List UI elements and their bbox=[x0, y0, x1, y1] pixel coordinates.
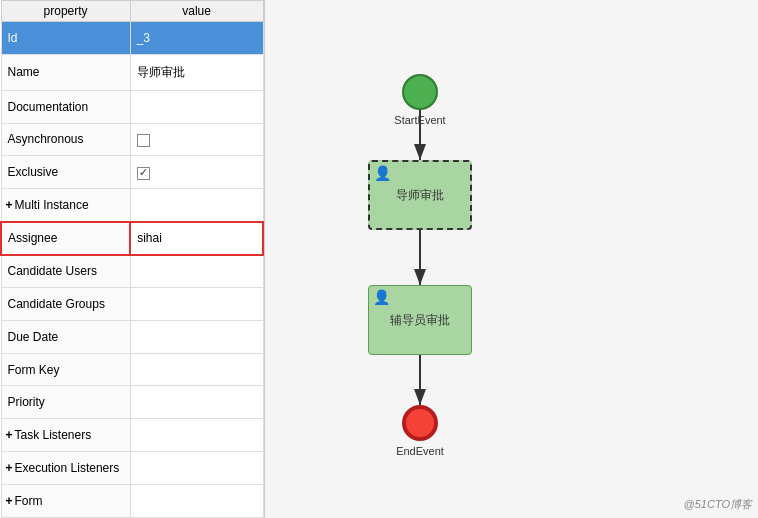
table-row[interactable]: +Task Listeners bbox=[1, 419, 263, 452]
property-value bbox=[130, 255, 263, 288]
table-row[interactable]: Due Date bbox=[1, 320, 263, 353]
exclusive-checkbox[interactable] bbox=[137, 167, 150, 180]
task1-box[interactable]: 👤 导师审批 bbox=[368, 160, 472, 230]
property-value: sihai bbox=[130, 222, 263, 255]
properties-panel: property value Id _3 Name 导师审批 Documenta… bbox=[0, 0, 265, 518]
property-value bbox=[130, 320, 263, 353]
property-value bbox=[130, 90, 263, 123]
expand-icon[interactable]: + bbox=[6, 428, 13, 442]
table-row[interactable]: Form Key bbox=[1, 353, 263, 386]
property-key: +Task Listeners bbox=[1, 419, 130, 452]
task1-icon: 👤 bbox=[374, 165, 391, 181]
asynchronous-checkbox[interactable] bbox=[137, 134, 150, 147]
properties-table: property value Id _3 Name 导师审批 Documenta… bbox=[0, 0, 264, 518]
property-value bbox=[130, 189, 263, 222]
end-event-circle bbox=[402, 405, 438, 441]
property-value bbox=[130, 452, 263, 485]
property-key: Candidate Groups bbox=[1, 287, 130, 320]
property-value: 导师审批 bbox=[130, 54, 263, 90]
table-row[interactable]: +Multi Instance bbox=[1, 189, 263, 222]
property-value bbox=[130, 287, 263, 320]
table-row[interactable]: Documentation bbox=[1, 90, 263, 123]
col-value-header: value bbox=[130, 1, 263, 22]
property-key: Name bbox=[1, 54, 130, 90]
task2-icon: 👤 bbox=[373, 289, 390, 305]
property-key: Candidate Users bbox=[1, 255, 130, 288]
end-event-label: EndEvent bbox=[390, 445, 450, 457]
property-key: Id bbox=[1, 22, 130, 55]
table-row[interactable]: +Execution Listeners bbox=[1, 452, 263, 485]
property-value bbox=[130, 156, 263, 189]
property-value bbox=[130, 419, 263, 452]
property-key: Assignee bbox=[1, 222, 130, 255]
col-property-header: property bbox=[1, 1, 130, 22]
property-key: +Execution Listeners bbox=[1, 452, 130, 485]
table-row[interactable]: Name 导师审批 bbox=[1, 54, 263, 90]
table-row[interactable]: Asynchronous bbox=[1, 123, 263, 156]
property-key: Due Date bbox=[1, 320, 130, 353]
property-key: +Multi Instance bbox=[1, 189, 130, 222]
property-value bbox=[130, 485, 263, 518]
property-value bbox=[130, 353, 263, 386]
diagram-panel: StartEvent 👤 导师审批 👤 辅导员审批 EndEvent @51CT… bbox=[265, 0, 758, 518]
expand-icon[interactable]: + bbox=[6, 198, 13, 212]
table-row[interactable]: +Form bbox=[1, 485, 263, 518]
table-row[interactable]: Priority bbox=[1, 386, 263, 419]
diagram-canvas[interactable]: StartEvent 👤 导师审批 👤 辅导员审批 EndEvent @51CT… bbox=[265, 0, 758, 518]
expand-icon[interactable]: + bbox=[6, 494, 13, 508]
property-key: Exclusive bbox=[1, 156, 130, 189]
table-row[interactable]: Candidate Groups bbox=[1, 287, 263, 320]
property-key: Form Key bbox=[1, 353, 130, 386]
property-key: +Form bbox=[1, 485, 130, 518]
table-row[interactable]: Exclusive bbox=[1, 156, 263, 189]
start-event-label: StartEvent bbox=[390, 114, 450, 126]
property-key: Priority bbox=[1, 386, 130, 419]
watermark: @51CTO博客 bbox=[684, 497, 752, 512]
expand-icon[interactable]: + bbox=[6, 461, 13, 475]
table-row[interactable]: Id _3 bbox=[1, 22, 263, 55]
table-row[interactable]: Candidate Users bbox=[1, 255, 263, 288]
property-key: Documentation bbox=[1, 90, 130, 123]
task1-label: 导师审批 bbox=[396, 187, 444, 204]
diagram-svg bbox=[265, 0, 758, 518]
property-value: _3 bbox=[130, 22, 263, 55]
table-row[interactable]: Assignee sihai bbox=[1, 222, 263, 255]
task2-label: 辅导员审批 bbox=[390, 312, 450, 329]
start-event-circle bbox=[402, 74, 438, 110]
property-value bbox=[130, 386, 263, 419]
property-key: Asynchronous bbox=[1, 123, 130, 156]
property-value bbox=[130, 123, 263, 156]
task2-box[interactable]: 👤 辅导员审批 bbox=[368, 285, 472, 355]
